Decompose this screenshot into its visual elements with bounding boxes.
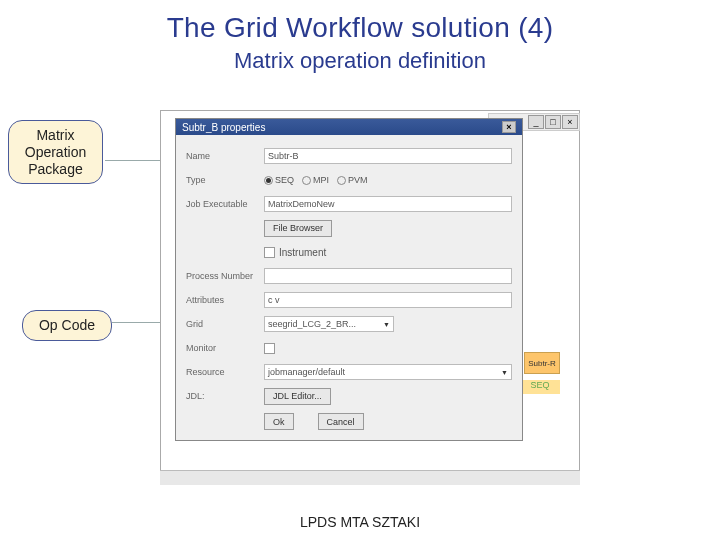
callout-op-code: Op Code <box>22 310 112 341</box>
dialog-title-text: Subtr_B properties <box>182 122 265 133</box>
ok-button[interactable]: Ok <box>264 413 294 430</box>
resource-select[interactable]: jobmanager/default ▼ <box>264 364 512 380</box>
job-executable-input[interactable]: MatrixDemoNew <box>264 196 512 212</box>
label-resource: Resource <box>186 367 264 377</box>
radio-seq[interactable]: SEQ <box>264 175 294 185</box>
label-process-number: Process Number <box>186 271 264 281</box>
dialog-titlebar: Subtr_B properties × <box>176 119 522 135</box>
grid-select[interactable]: seegrid_LCG_2_BR... ▼ <box>264 316 394 332</box>
minimize-button[interactable]: _ <box>528 115 544 129</box>
slide-subtitle: Matrix operation definition <box>0 48 720 74</box>
workflow-node-subtr-r[interactable]: Subtr-R <box>524 352 560 374</box>
callout-matrix-operation-package: Matrix Operation Package <box>8 120 103 184</box>
instrument-checkbox[interactable] <box>264 247 275 258</box>
label-job-executable: Job Executable <box>186 199 264 209</box>
label-jdl: JDL: <box>186 391 264 401</box>
cancel-button[interactable]: Cancel <box>318 413 364 430</box>
close-icon[interactable]: × <box>502 121 516 133</box>
dialog-body: Name Subtr-B Type SEQ MPI PVM Job Execut… <box>176 135 522 440</box>
window-statusbar <box>160 470 580 485</box>
radio-dot-icon <box>337 176 346 185</box>
workflow-node-type-label: SEQ <box>520 380 560 394</box>
label-instrument: Instrument <box>279 247 326 258</box>
attributes-input[interactable]: c v <box>264 292 512 308</box>
radio-dot-icon <box>302 176 311 185</box>
file-browser-button[interactable]: File Browser <box>264 220 332 237</box>
radio-dot-icon <box>264 176 273 185</box>
slide-footer: LPDS MTA SZTAKI <box>0 514 720 530</box>
label-name: Name <box>186 151 264 161</box>
label-grid: Grid <box>186 319 264 329</box>
chevron-down-icon: ▼ <box>383 321 390 328</box>
radio-mpi[interactable]: MPI <box>302 175 329 185</box>
label-monitor: Monitor <box>186 343 264 353</box>
slide-title: The Grid Workflow solution (4) <box>0 12 720 44</box>
close-button[interactable]: × <box>562 115 578 129</box>
radio-pvm[interactable]: PVM <box>337 175 368 185</box>
jdl-editor-button[interactable]: JDL Editor... <box>264 388 331 405</box>
label-type: Type <box>186 175 264 185</box>
name-input[interactable]: Subtr-B <box>264 148 512 164</box>
properties-dialog: Subtr_B properties × Name Subtr-B Type S… <box>175 118 523 441</box>
chevron-down-icon: ▼ <box>501 369 508 376</box>
label-attributes: Attributes <box>186 295 264 305</box>
maximize-button[interactable]: □ <box>545 115 561 129</box>
monitor-checkbox[interactable] <box>264 343 275 354</box>
process-number-input[interactable] <box>264 268 512 284</box>
